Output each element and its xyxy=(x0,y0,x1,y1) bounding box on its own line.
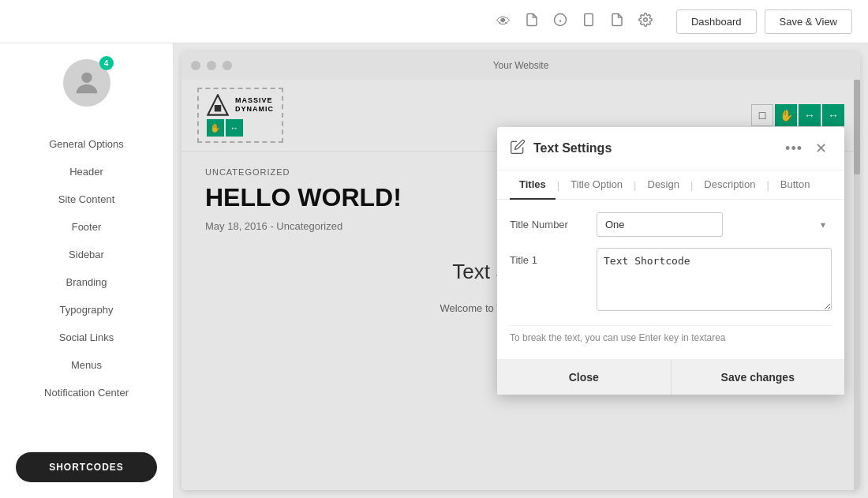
logo-icon xyxy=(207,94,229,116)
modal-save-btn[interactable]: Save changes xyxy=(672,360,845,395)
gear-icon[interactable] xyxy=(638,13,653,31)
tab-sep-2: | xyxy=(632,179,638,191)
text-settings-icon xyxy=(510,139,526,159)
header-btn-box[interactable]: □ xyxy=(751,104,773,126)
header-btn-expand2[interactable]: ↔ xyxy=(822,104,844,126)
sidebar-item-sidebar[interactable]: Sidebar xyxy=(0,241,173,268)
sidebar-item-typography[interactable]: Typography xyxy=(0,296,173,324)
header-btn-hand[interactable]: ✋ xyxy=(775,104,797,126)
tab-title-option[interactable]: Title Option xyxy=(561,170,632,200)
title-number-control: One Two Three ▾ xyxy=(597,212,832,237)
browser-window: Your Website MASSIVE xyxy=(181,51,860,490)
modal-header: Text Settings ••• ✕ xyxy=(497,127,844,170)
svg-point-5 xyxy=(644,17,648,21)
modal-tabs: Titles | Title Option | Design | xyxy=(497,170,844,200)
sidebar-item-header[interactable]: Header xyxy=(0,158,173,185)
header-btn-expand[interactable]: ↔ xyxy=(799,104,821,126)
sidebar-item-menus[interactable]: Menus xyxy=(0,351,173,379)
mobile-icon[interactable] xyxy=(582,13,596,31)
info-icon[interactable] xyxy=(553,13,567,31)
tab-titles[interactable]: Titles xyxy=(510,170,556,200)
avatar-wrapper: 4 xyxy=(63,59,110,107)
text-settings-modal: Text Settings ••• ✕ Titles xyxy=(497,127,844,395)
tab-button[interactable]: Button xyxy=(771,170,820,200)
browser-dot-red xyxy=(191,61,200,70)
title-number-label: Title Number xyxy=(510,212,589,230)
browser-scrollbar-thumb xyxy=(854,80,860,174)
modal-body: Title Number One Two Three ▾ xyxy=(497,200,844,359)
title-number-select[interactable]: One Two Three xyxy=(597,212,723,237)
nav-items: General Options Header Site Content Foot… xyxy=(0,130,173,406)
save-view-button[interactable]: Save & View xyxy=(765,9,852,34)
modal-close-btn[interactable]: Close xyxy=(497,360,672,395)
logo-btn-expand[interactable]: ↔ xyxy=(226,119,243,137)
logo-container: MASSIVE DYNAMIC ✋ ↔ xyxy=(197,88,283,143)
browser-dot-green xyxy=(223,61,232,70)
modal-more-icon[interactable]: ••• xyxy=(785,140,803,157)
shortcodes-button[interactable]: SHORTCODES xyxy=(16,452,157,482)
sidebar-item-site-content[interactable]: Site Content xyxy=(0,185,173,213)
svg-point-6 xyxy=(81,73,92,83)
form-hint: To break the text, you can use Enter key… xyxy=(510,325,832,346)
modal-title: Text Settings xyxy=(533,141,612,155)
modal-header-actions: ••• ✕ xyxy=(785,138,832,159)
sidebar-item-general-options[interactable]: General Options xyxy=(0,130,173,158)
dashboard-button[interactable]: Dashboard xyxy=(676,9,757,34)
sidebar-footer: SHORTCODES xyxy=(0,436,173,498)
tab-design[interactable]: Design xyxy=(638,170,689,200)
svg-rect-3 xyxy=(585,13,593,25)
browser-chrome: Your Website xyxy=(181,51,860,80)
logo-btn-hand[interactable]: ✋ xyxy=(207,119,224,137)
modal-title-area: Text Settings xyxy=(510,139,612,159)
title-number-select-wrapper: One Two Three ▾ xyxy=(597,212,832,237)
tab-sep-4: | xyxy=(765,179,770,191)
file-blank-icon[interactable] xyxy=(610,13,624,31)
top-bar: 👁 Dashboard Save & View xyxy=(0,0,868,43)
title1-textarea[interactable]: Text Shortcode xyxy=(597,248,832,311)
browser-dot-yellow xyxy=(207,61,216,70)
sidebar-item-notification-center[interactable]: Notification Center xyxy=(0,379,173,406)
logo-area: MASSIVE DYNAMIC xyxy=(207,94,274,116)
browser-scrollbar[interactable] xyxy=(854,80,860,490)
tab-description[interactable]: Description xyxy=(694,170,765,200)
browser-url: Your Website xyxy=(493,60,549,71)
logo-text: MASSIVE DYNAMIC xyxy=(235,96,274,114)
preview-area: Your Website MASSIVE xyxy=(174,43,868,498)
browser-content: MASSIVE DYNAMIC ✋ ↔ □ ✋ ↔ ↔ xyxy=(181,80,860,490)
tab-sep-3: | xyxy=(689,179,694,191)
sidebar-item-branding[interactable]: Branding xyxy=(0,268,173,296)
tab-sep-1: | xyxy=(556,179,561,191)
sidebar: 4 General Options Header Site Content Fo… xyxy=(0,43,174,498)
sidebar-item-social-links[interactable]: Social Links xyxy=(0,324,173,351)
modal-footer: Close Save changes xyxy=(497,359,844,395)
top-bar-icons: 👁 xyxy=(496,13,653,31)
avatar-badge: 4 xyxy=(99,56,114,70)
eye-icon[interactable]: 👁 xyxy=(496,13,511,30)
file-icon[interactable] xyxy=(525,13,539,31)
header-right-toolbar: □ ✋ ↔ ↔ xyxy=(751,104,844,126)
select-arrow-icon: ▾ xyxy=(821,219,825,230)
modal-close-button[interactable]: ✕ xyxy=(810,138,832,159)
sidebar-item-footer[interactable]: Footer xyxy=(0,213,173,241)
title1-label: Title 1 xyxy=(510,248,589,266)
title-number-row: Title Number One Two Three ▾ xyxy=(510,212,832,237)
main-area: 4 General Options Header Site Content Fo… xyxy=(0,43,868,498)
title1-row: Title 1 Text Shortcode xyxy=(510,248,832,314)
title1-control: Text Shortcode xyxy=(597,248,832,314)
svg-rect-8 xyxy=(215,105,221,111)
logo-toolbar: ✋ ↔ xyxy=(207,119,274,137)
